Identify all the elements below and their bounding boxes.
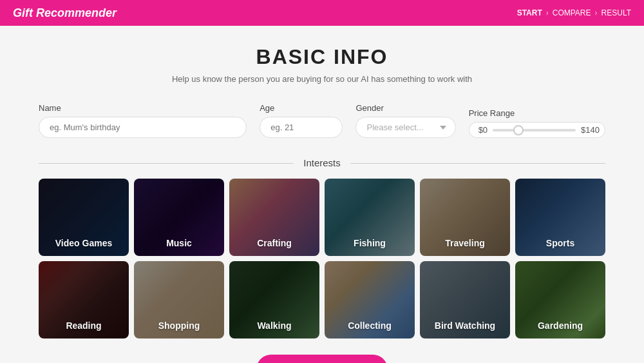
age-input[interactable] [260,117,343,138]
age-group: Age [260,103,343,138]
price-label: Price Range [469,108,605,118]
interest-card-label-shopping: Shopping [134,320,224,331]
name-label: Name [39,103,247,113]
interest-card-label-fishing: Fishing [325,238,415,248]
basic-info-form: Name Age Gender Please select... Male Fe… [39,103,605,138]
page-title: BASIC INFO [39,45,605,69]
main-content: BASIC INFO Help us know the person you a… [0,26,644,363]
interest-card-label-bird-watching: Bird Watching [420,320,510,331]
nav-result: RESULT [601,8,631,17]
price-range-container: $0 $140 [469,122,605,138]
interests-grid: Video GamesMusicCraftingFishingTraveling… [39,179,605,338]
begin-section: Begin [39,355,605,363]
age-label: Age [260,103,343,113]
interest-card-shopping[interactable]: Shopping [134,261,224,338]
gender-select[interactable]: Please select... Male Female Other [355,117,455,138]
interest-card-label-sports: Sports [515,238,605,248]
interest-card-fishing[interactable]: Fishing [325,179,415,256]
header-nav: START › COMPARE › RESULT [517,8,631,17]
interest-card-traveling[interactable]: Traveling [420,179,510,256]
name-group: Name [39,103,247,138]
interest-card-label-gardening: Gardening [515,320,605,331]
interest-card-collecting[interactable]: Collecting [325,261,415,338]
interest-card-label-walking: Walking [229,320,319,331]
nav-compare: COMPARE [553,8,591,17]
interest-card-label-crafting: Crafting [229,238,319,248]
header: Gift Recommender START › COMPARE › RESUL… [0,0,644,26]
gender-group: Gender Please select... Male Female Othe… [355,103,455,138]
price-group: Price Range $0 $140 [469,108,605,138]
interest-card-video-games[interactable]: Video Games [39,179,129,256]
interests-divider: Interests [39,157,605,169]
interest-card-label-traveling: Traveling [420,238,510,248]
interests-section: Interests Video GamesMusicCraftingFishin… [39,157,605,338]
nav-start: START [517,8,542,17]
nav-sep-2: › [595,8,598,17]
price-slider[interactable] [493,129,576,132]
name-input[interactable] [39,117,247,138]
interest-card-label-video-games: Video Games [39,238,129,248]
app-logo: Gift Recommender [13,6,117,20]
begin-button[interactable]: Begin [256,355,387,363]
interest-card-reading[interactable]: Reading [39,261,129,338]
interest-card-music[interactable]: Music [134,179,224,256]
nav-sep-1: › [546,8,549,17]
interest-card-bird-watching[interactable]: Bird Watching [420,261,510,338]
interest-card-sports[interactable]: Sports [515,179,605,256]
interest-card-gardening[interactable]: Gardening [515,261,605,338]
interests-label: Interests [294,157,350,168]
price-max-label: $140 [581,125,600,135]
interest-card-label-music: Music [134,238,224,248]
page-subtitle: Help us know the person you are buying f… [39,74,605,84]
interest-card-walking[interactable]: Walking [229,261,319,338]
price-min-label: $0 [478,125,488,135]
interest-card-label-reading: Reading [39,320,129,331]
interest-card-crafting[interactable]: Crafting [229,179,319,256]
gender-label: Gender [355,103,455,113]
interest-card-label-collecting: Collecting [325,320,415,331]
